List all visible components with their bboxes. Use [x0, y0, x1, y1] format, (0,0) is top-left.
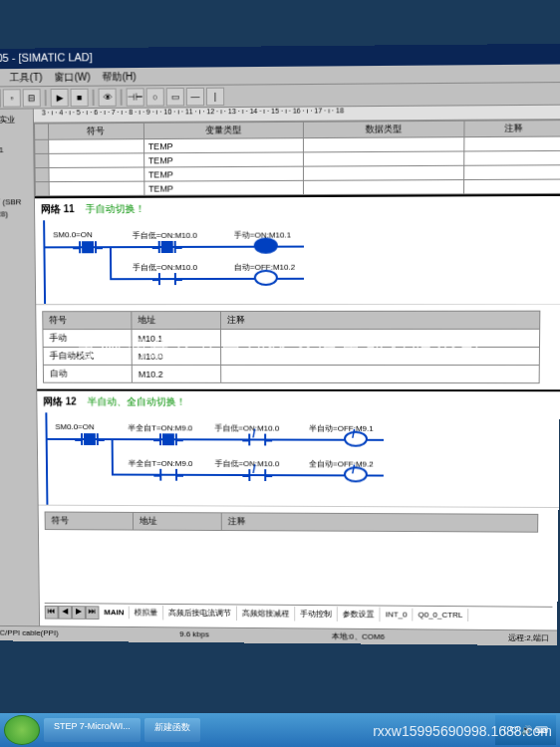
network-12-comment: 半自动、全自动切换！ [87, 396, 185, 407]
toolbar-btn-doc[interactable]: ▫ [3, 89, 21, 107]
symbol-row: 手自动模式M10.0 [43, 347, 539, 365]
n12-contact-2[interactable] [155, 430, 181, 448]
menu-tools[interactable]: 工具(T) [10, 71, 43, 84]
tab-q0-ctrl[interactable]: Q0_0_CTRL [414, 609, 469, 622]
menu-help[interactable]: 帮助(H) [103, 70, 137, 84]
n12-coil-top[interactable] [344, 431, 368, 447]
n12-contact-3-bot[interactable] [244, 466, 270, 484]
network-12-ladder[interactable]: SM0.0=ON 半全自T=ON:M9.0 手自低=ON:M10.0 / 半自动… [38, 412, 560, 508]
toolbar-btn-contact[interactable]: ⊣⊢ [127, 88, 144, 106]
tab-nav-prev[interactable]: ◀ [58, 606, 72, 620]
sym-col-address: 地址 [132, 312, 221, 330]
n12-contact-1[interactable] [77, 430, 103, 448]
symbol-row: 手动M10.1 [43, 329, 539, 347]
sidebar-sbr10[interactable]: 10) [0, 230, 32, 241]
sym-col-symbol: 符号 [43, 312, 132, 330]
toolbar-btn-db[interactable]: ⊟ [23, 89, 41, 107]
n11-contact-2-bot[interactable] [154, 270, 180, 288]
editor-content: 3 · ı · 4 · ı · 5 · ı · 6 · ı · 7 · ı · … [34, 106, 560, 645]
toolbar-btn-stop[interactable]: ■ [71, 88, 89, 106]
tab-nav-last[interactable]: ⏭ [86, 606, 100, 620]
watermark-url: rxxw15995690998.1688.com [373, 723, 552, 739]
toolbar-btn-new[interactable]: ✎ [0, 89, 1, 107]
status-local-addr: 本地:0、COM6 [332, 631, 385, 642]
menu-window[interactable]: 窗口(W) [54, 70, 90, 84]
window-title: 0705 - [SIMATIC LAD] [0, 51, 93, 64]
tab-weld-proc[interactable]: 高频熔接减程 [237, 606, 295, 621]
n12-coil-bot[interactable] [344, 466, 368, 482]
tab-int0[interactable]: INT_0 [381, 609, 414, 622]
n11-contact-1[interactable] [75, 238, 101, 256]
toolbar-btn-line-h[interactable]: — [186, 87, 204, 105]
mouse-cursor-icon: ↖ [503, 362, 515, 377]
sym-col-comment: 注释 [220, 311, 539, 329]
col-comment: 注释 [464, 121, 560, 137]
sym2-col-address: 地址 [133, 512, 221, 530]
network-11-title: 网络 11 [41, 203, 75, 214]
n12-contact-2-bot[interactable] [155, 466, 181, 484]
status-bar: PC/PPI cable(PPI) 9.6 kbps 本地:0、COM6 远程:… [0, 625, 557, 645]
variable-declaration-table[interactable]: 符号 变量类型 数据类型 注释 TEMP TEMP TEMP TEMP [34, 120, 560, 196]
sidebar-item-project[interactable]: 辅销实业 [0, 114, 31, 126]
network-11-ladder[interactable]: SM0.0=ON 手自低=ON:M10.0 手动=ON:M10.1 手自低=ON… [35, 218, 560, 305]
status-baud: 9.6 kbps [179, 629, 209, 640]
status-remote: 远程:2,端口 [508, 632, 549, 643]
network-11-comment: 手自动切换！ [85, 203, 144, 214]
n11-coil-top[interactable] [254, 238, 278, 254]
n11-contact-2[interactable] [154, 238, 180, 256]
toolbar-btn-box[interactable]: ▭ [166, 88, 184, 106]
n12-contact-3[interactable] [244, 431, 270, 449]
network-11-symbol-table[interactable]: 符号 地址 注释 手动M10.1 手自动模式M10.0 自动M10.2 [42, 311, 540, 383]
toolbar-btn-line-v[interactable]: | [206, 87, 224, 105]
sidebar-sbr9[interactable]: 9) [0, 219, 32, 230]
start-button[interactable] [4, 715, 40, 745]
tab-nav-next[interactable]: ▶ [72, 606, 86, 620]
tab-manual[interactable]: 手动控制 [296, 607, 339, 622]
tab-main[interactable]: MAIN [99, 606, 130, 619]
sym2-col-symbol: 符号 [45, 512, 133, 530]
tab-analog[interactable]: 模拟量 [130, 606, 163, 621]
col-symbol: 符号 [48, 123, 143, 139]
sidebar-timestamp: 02:01 [0, 144, 31, 155]
network-12-header[interactable]: 网络 12 半自动、全自动切换！ [37, 389, 560, 414]
col-var-type: 变量类型 [143, 122, 303, 138]
tab-current-adj[interactable]: 高频后接电流调节 [164, 606, 238, 621]
sym2-col-comment: 注释 [221, 513, 537, 532]
network-12-symbol-table[interactable]: 符号 地址 注释 [45, 512, 538, 533]
network-11-header[interactable]: 网络 11 手自动切换！ [35, 194, 560, 220]
tab-nav-first[interactable]: ⏮ [45, 605, 59, 619]
status-connection: PC/PPI cable(PPI) [0, 628, 59, 639]
network-12-title: 网络 12 [43, 396, 77, 407]
sidebar-sbr8[interactable]: SBR8) [0, 208, 32, 219]
toolbar-btn-monitor[interactable]: 👁 [99, 88, 117, 106]
symbol-row: 自动M10.2 [43, 365, 539, 382]
toolbar-btn-run[interactable]: ▶ [51, 88, 69, 106]
taskbar-item-other[interactable]: 新建函数 [144, 718, 200, 742]
n11-coil-bot[interactable] [254, 270, 278, 286]
col-data-type: 数据类型 [303, 121, 464, 137]
sidebar-sbr-title[interactable]: 调节 (SBR [0, 195, 32, 208]
tab-params[interactable]: 参数设置 [338, 607, 381, 622]
toolbar-btn-coil[interactable]: ○ [146, 88, 164, 106]
taskbar-item-step7[interactable]: STEP 7-Micro/WI... [44, 718, 140, 742]
